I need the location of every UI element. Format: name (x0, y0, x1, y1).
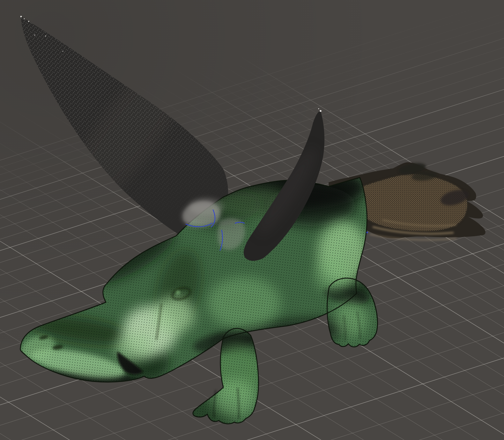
viewport-3d[interactable] (0, 0, 504, 440)
seam-dot (367, 232, 368, 233)
eye-highlight (176, 290, 180, 295)
scene-svg[interactable] (0, 0, 504, 440)
neck-patch-haze (189, 198, 224, 216)
